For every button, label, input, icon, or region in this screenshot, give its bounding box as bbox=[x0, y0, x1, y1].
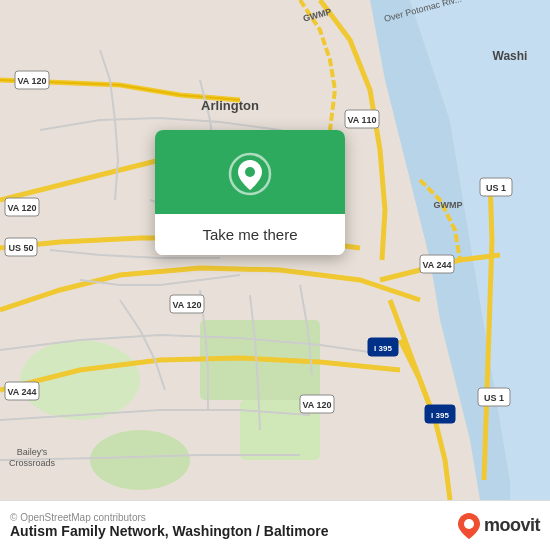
svg-text:VA 110: VA 110 bbox=[347, 115, 376, 125]
svg-text:Bailey's: Bailey's bbox=[17, 447, 48, 457]
popup-tail bbox=[238, 253, 262, 255]
bottom-bar: © OpenStreetMap contributors Autism Fami… bbox=[0, 500, 550, 550]
svg-text:I 395: I 395 bbox=[374, 344, 392, 353]
svg-text:US 1: US 1 bbox=[486, 183, 506, 193]
svg-text:I 395: I 395 bbox=[431, 411, 449, 420]
svg-text:US 50: US 50 bbox=[8, 243, 33, 253]
take-me-there-button[interactable]: Take me there bbox=[155, 214, 345, 255]
location-pin-icon bbox=[228, 152, 272, 196]
svg-text:Arlington: Arlington bbox=[201, 98, 259, 113]
svg-text:VA 244: VA 244 bbox=[422, 260, 451, 270]
moovit-pin-icon bbox=[458, 513, 480, 539]
svg-text:Crossroads: Crossroads bbox=[9, 458, 56, 468]
svg-text:US 1: US 1 bbox=[484, 393, 504, 403]
svg-text:VA 244: VA 244 bbox=[7, 387, 36, 397]
map-container: VA 120 VA 120 VA 120 VA 120 US 50 VA 110… bbox=[0, 0, 550, 500]
svg-text:VA 120: VA 120 bbox=[172, 300, 201, 310]
svg-text:GWMP: GWMP bbox=[434, 200, 463, 210]
moovit-text: moovit bbox=[484, 515, 540, 536]
svg-text:VA 120: VA 120 bbox=[302, 400, 331, 410]
popup-green-area bbox=[155, 130, 345, 214]
svg-point-37 bbox=[245, 167, 255, 177]
location-title: Autism Family Network, Washington / Balt… bbox=[10, 523, 328, 539]
popup-card: Take me there bbox=[155, 130, 345, 255]
svg-text:Washi: Washi bbox=[493, 49, 528, 63]
svg-text:VA 120: VA 120 bbox=[17, 76, 46, 86]
bottom-left: © OpenStreetMap contributors Autism Fami… bbox=[10, 512, 328, 539]
svg-text:VA 120: VA 120 bbox=[7, 203, 36, 213]
svg-point-4 bbox=[90, 430, 190, 490]
svg-point-38 bbox=[464, 519, 474, 529]
moovit-logo: moovit bbox=[458, 513, 540, 539]
attribution-text: © OpenStreetMap contributors bbox=[10, 512, 328, 523]
